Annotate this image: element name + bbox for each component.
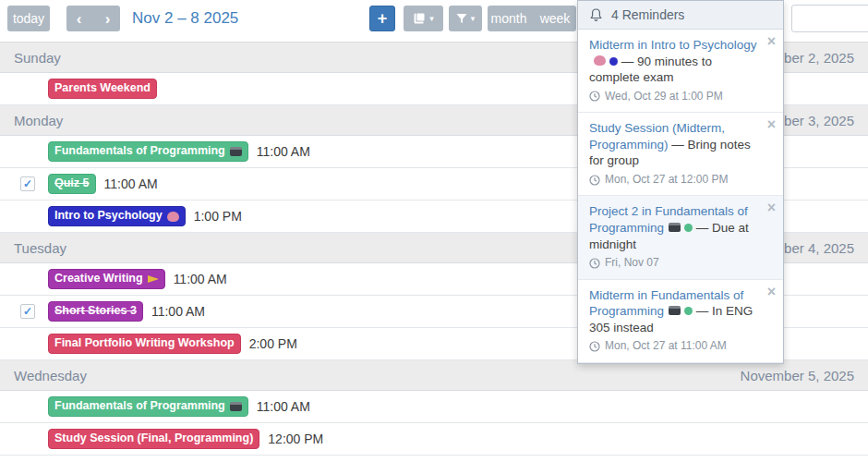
event-time: 1:00 PM bbox=[194, 209, 242, 224]
day-name: Sunday bbox=[14, 50, 61, 66]
date-nav-group: ‹ › bbox=[66, 6, 120, 31]
reminder-meta: Mon, Oct 27 at 11:00 AM bbox=[589, 339, 759, 354]
event-badge[interactable]: Parents Weekend bbox=[48, 79, 157, 99]
date-range-title: Nov 2 – 8 2025 bbox=[132, 6, 238, 31]
close-icon[interactable]: × bbox=[767, 285, 776, 299]
day-name: Tuesday bbox=[14, 240, 66, 256]
classes-dropdown-button[interactable]: ▾ bbox=[404, 6, 443, 31]
today-button[interactable]: today bbox=[7, 6, 50, 31]
event-time: 2:00 PM bbox=[249, 336, 297, 351]
month-view-button[interactable]: month bbox=[488, 11, 530, 26]
event-row: Study Session (Final, Programming) 12:00… bbox=[0, 423, 868, 456]
event-time: 11:00 AM bbox=[104, 176, 158, 191]
reminder-description: — 90 minutes to complete exam bbox=[589, 55, 712, 85]
event-time: 12:00 PM bbox=[268, 432, 323, 446]
reminder-item: × Midterm in Fundamentals of Programming… bbox=[578, 280, 783, 363]
view-switcher: month week bbox=[488, 6, 576, 31]
reminder-meta: Mon, Oct 27 at 12:00 PM bbox=[589, 173, 759, 188]
event-badge[interactable]: Short Stories 3 bbox=[48, 301, 143, 322]
laptop-emoji bbox=[230, 147, 242, 156]
event-badge[interactable]: Fundamentals of Programming bbox=[48, 396, 248, 417]
class-color-dot bbox=[609, 57, 618, 66]
event-badge[interactable]: Final Portfolio Writing Workshop bbox=[48, 334, 241, 354]
brain-emoji bbox=[167, 212, 179, 222]
event-badge[interactable]: Study Session (Final, Programming) bbox=[48, 429, 259, 449]
homework-checkbox-checked[interactable]: ✓ bbox=[20, 176, 35, 191]
bell-icon bbox=[589, 7, 603, 22]
event-badge[interactable]: Fundamentals of Programming bbox=[48, 141, 248, 162]
clock-icon bbox=[589, 258, 600, 269]
writing-hand-emoji bbox=[148, 275, 159, 283]
day-name: Wednesday bbox=[14, 368, 87, 383]
laptop-emoji bbox=[230, 402, 242, 411]
reminders-panel: 4 Reminders × Midterm in Intro to Psycho… bbox=[577, 0, 784, 364]
next-week-icon[interactable]: › bbox=[95, 11, 120, 27]
laptop-emoji bbox=[669, 223, 681, 232]
chevron-down-icon: ▾ bbox=[429, 15, 434, 23]
day-header-wednesday: Wednesday November 5, 2025 bbox=[0, 360, 868, 391]
laptop-emoji bbox=[669, 306, 681, 315]
reminders-count-label: 4 Reminders bbox=[611, 7, 684, 22]
filter-icon bbox=[456, 13, 467, 24]
close-icon[interactable]: × bbox=[767, 34, 776, 49]
class-color-dot bbox=[684, 307, 693, 315]
reminder-meta: Wed, Oct 29 at 1:00 PM bbox=[589, 90, 759, 104]
event-badge[interactable]: Creative Writing bbox=[48, 269, 165, 289]
event-time: 11:00 AM bbox=[257, 144, 310, 159]
clock-icon bbox=[589, 341, 600, 352]
clock-icon bbox=[589, 91, 600, 102]
event-row: Fundamentals of Programming 11:00 AM bbox=[0, 391, 868, 423]
reminder-item: × Project 2 in Fundamentals of Programmi… bbox=[578, 196, 783, 279]
reminders-header[interactable]: 4 Reminders bbox=[578, 1, 783, 30]
brain-emoji bbox=[594, 55, 606, 66]
close-icon[interactable]: × bbox=[767, 201, 776, 215]
book-icon bbox=[413, 12, 426, 25]
class-color-dot bbox=[684, 224, 693, 232]
event-time: 11:00 AM bbox=[257, 399, 310, 414]
event-time: 11:00 AM bbox=[174, 272, 227, 286]
day-date: November 5, 2025 bbox=[741, 368, 854, 383]
reminder-item: × Study Session (Midterm, Programming) —… bbox=[578, 113, 783, 196]
reminder-title-link[interactable]: Midterm in Intro to Psychology bbox=[589, 38, 757, 52]
reminder-meta: Fri, Nov 07 bbox=[589, 256, 759, 271]
close-icon[interactable]: × bbox=[767, 117, 776, 132]
homework-checkbox-checked[interactable]: ✓ bbox=[20, 304, 35, 319]
add-event-button[interactable]: + bbox=[369, 6, 395, 31]
toolbar-right-box[interactable] bbox=[791, 5, 868, 32]
day-name: Monday bbox=[14, 113, 63, 128]
event-badge[interactable]: Quiz 5 bbox=[48, 174, 96, 194]
week-view-button[interactable]: week bbox=[534, 11, 576, 26]
chevron-down-icon: ▾ bbox=[471, 15, 476, 23]
clock-icon bbox=[589, 175, 600, 186]
filter-dropdown-button[interactable]: ▾ bbox=[449, 6, 482, 31]
event-badge[interactable]: Intro to Psychology bbox=[48, 206, 186, 226]
event-time: 11:00 AM bbox=[151, 304, 205, 319]
reminder-item: × Midterm in Intro to Psychology — 90 mi… bbox=[578, 30, 783, 113]
prev-week-icon[interactable]: ‹ bbox=[66, 11, 91, 27]
